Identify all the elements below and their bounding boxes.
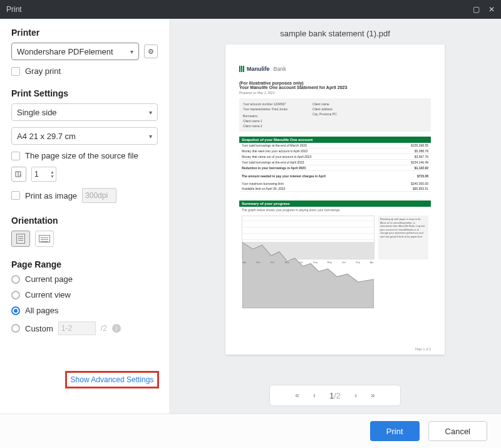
info-icon[interactable]: i [112, 324, 121, 333]
account-info-line: Your account number 1234567 [243, 102, 287, 107]
svg-marker-3 [242, 242, 374, 308]
logo-text: Manulife [247, 66, 270, 72]
copies-stepper[interactable]: 1 ▲▼ [31, 167, 56, 182]
dpi-placeholder: 300dpi [85, 191, 108, 200]
printer-section-title: Printer [11, 28, 158, 38]
page-range-all-pages-radio[interactable] [11, 306, 20, 315]
preview-page: Manulife Bank (For illustrative purposes… [225, 44, 445, 355]
snapshot-row: Money that went into your account in Apr… [239, 148, 431, 154]
dpi-input[interactable]: 300dpi [82, 188, 116, 203]
maximize-icon[interactable]: ▢ [473, 5, 480, 14]
pager-next-icon[interactable]: › [354, 391, 357, 400]
progress-header: Summary of your progress [239, 201, 431, 207]
account-info-line: City, Province PC [312, 112, 337, 117]
print-button[interactable]: Print [370, 421, 420, 441]
page-range-custom-radio[interactable] [11, 324, 20, 333]
chevron-down-icon: ▾ [149, 109, 152, 116]
gear-icon: ⚙ [148, 48, 154, 56]
pager-last-icon[interactable]: » [371, 391, 375, 400]
gray-print-label: Gray print [25, 66, 61, 76]
page-range-custom-placeholder: 1-2 [61, 324, 72, 333]
printer-select-value: Wondershare PDFelement [17, 47, 113, 56]
show-advanced-settings-link[interactable]: Show Advanced Settings [71, 375, 154, 384]
pager-position: 1/2 [329, 391, 341, 400]
print-sidebar: Printer Wondershare PDFelement ▾ ⚙ Gray … [0, 19, 169, 414]
account-info-line: Client address [312, 107, 337, 112]
snapshot-header: Snapshot of your Manulife One account [239, 137, 431, 143]
chevron-down-icon: ▾ [130, 48, 133, 55]
manulife-logo: Manulife Bank [239, 66, 431, 72]
orientation-title: Orientation [11, 216, 158, 226]
page-range-custom-label: Custom [25, 324, 53, 333]
copies-value: 1 [34, 170, 39, 179]
printer-settings-button[interactable]: ⚙ [144, 44, 158, 58]
snapshot-row: Reduction in your borrowings in April 20… [239, 165, 431, 171]
close-icon[interactable]: ✕ [488, 5, 495, 14]
account-info-box: Your account number 1234567 Your represe… [239, 98, 431, 132]
cancel-button-label: Cancel [445, 427, 470, 436]
print-settings-title: Print Settings [11, 88, 158, 98]
gray-print-checkbox[interactable] [11, 67, 20, 76]
snapshot-table: Your total borrowings at the end of Marc… [239, 143, 431, 192]
print-button-label: Print [386, 427, 403, 436]
chevron-down-icon: ▾ [149, 133, 152, 140]
snapshot-row: Money that came out of your account in A… [239, 154, 431, 160]
side-select[interactable]: Single side ▾ [11, 103, 158, 121]
statement-title: Your Manulife One account Statement for … [239, 85, 431, 90]
snapshot-row: Your maximum borrowing limit$240,000.00 [239, 181, 431, 186]
illustrative-note: (For illustrative purposes only) [239, 81, 431, 85]
account-info-line: Client name 1 [243, 118, 287, 123]
printer-select[interactable]: Wondershare PDFelement ▾ [11, 43, 139, 60]
account-info-line: Your representative: Fred Jones [243, 107, 287, 112]
progress-note: The graph below shows your progress in p… [239, 207, 431, 213]
collate-icon[interactable]: + [11, 167, 26, 182]
paper-select[interactable]: A4 21 x 29.7 cm ▾ [11, 127, 158, 145]
dialog-footer: Print Cancel [0, 414, 501, 448]
page-range-title: Page Range [11, 259, 158, 269]
show-advanced-settings-highlight: Show Advanced Settings [65, 371, 159, 388]
source-size-checkbox[interactable] [11, 152, 20, 160]
page-range-all-pages-label: All pages [25, 306, 58, 315]
paper-select-value: A4 21 x 29.7 cm [17, 132, 76, 141]
window-title: Print [6, 5, 22, 14]
page-range-total-suffix: /2 [101, 324, 107, 333]
snapshot-row: Your total borrowings at the end of Marc… [239, 143, 431, 148]
orientation-landscape-button[interactable] [35, 231, 54, 247]
orientation-portrait-button[interactable] [11, 231, 30, 247]
prepared-date: Prepared on May 1, 2023 [239, 91, 431, 95]
source-size-label: The page size of the source file [25, 151, 138, 160]
pager-prev-icon[interactable]: ‹ [313, 391, 316, 400]
logo-suffix: Bank [274, 66, 287, 72]
paperless-sidebox: Breaking up with paper is easy to do. Mo… [378, 216, 428, 259]
page-range-current-view-label: Current view [25, 290, 71, 300]
pager-total: /2 [334, 391, 341, 400]
preview-filename: sample bank statement (1).pdf [169, 29, 501, 38]
pager-first-icon[interactable]: « [295, 391, 299, 400]
page-range-current-page-radio[interactable] [11, 275, 20, 284]
account-info-line: Client name 2 [243, 123, 287, 128]
page-indicator: Page 1 of 2 [415, 347, 431, 351]
page-range-current-view-radio[interactable] [11, 291, 20, 300]
svg-text:+: + [19, 173, 22, 177]
page-range-custom-input[interactable]: 1-2 [58, 321, 96, 335]
snapshot-row: Available limit on April 30, 2023$85,853… [239, 186, 431, 192]
snapshot-row: Your total borrowings at the end of Apri… [239, 160, 431, 165]
cancel-button[interactable]: Cancel [428, 421, 487, 441]
account-info-line: Client name [312, 102, 337, 107]
account-info-line: Borrowers: [243, 113, 287, 118]
page-navigator: « ‹ 1/2 › » [269, 385, 401, 406]
side-select-value: Single side [17, 108, 57, 117]
progress-chart: AprDecDecMayJanSepMayJanSepApr [242, 216, 374, 259]
print-as-image-checkbox[interactable] [11, 191, 20, 200]
page-range-current-page-label: Current page [25, 274, 73, 284]
print-as-image-label: Print as image [25, 191, 77, 201]
preview-area: sample bank statement (1).pdf Manulife B… [169, 19, 501, 414]
snapshot-row: The amount needed to pay your interest c… [239, 174, 431, 179]
title-bar: Print ▢ ✕ [0, 0, 501, 19]
